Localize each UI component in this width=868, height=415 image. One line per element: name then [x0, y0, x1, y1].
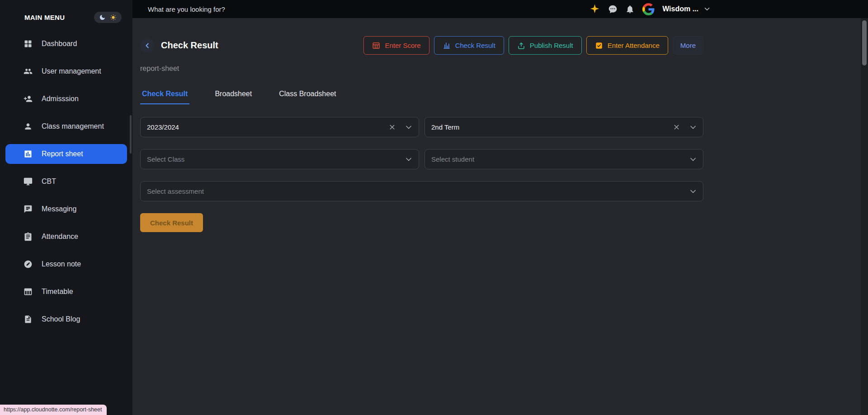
enter-attendance-button[interactable]: Enter Attendance — [586, 36, 668, 55]
page-header: Check Result Enter Score Check Result Pu… — [140, 36, 703, 55]
chat-icon — [24, 205, 33, 214]
assessment-select[interactable]: Select assessment — [140, 181, 703, 201]
chart-icon — [443, 42, 451, 50]
sidebar-title: MAIN MENU — [24, 14, 65, 21]
tab-class-broadsheet[interactable]: Class Broadsheet — [277, 90, 338, 104]
class-select-placeholder: Select Class — [147, 155, 184, 163]
chevron-down-icon[interactable] — [404, 123, 413, 132]
chevron-down-icon[interactable] — [689, 123, 698, 132]
class-select[interactable]: Select Class — [140, 149, 419, 169]
sidebar-scrollbar-thumb[interactable] — [130, 115, 132, 154]
sidebar-item-label: Lesson note — [42, 260, 81, 268]
chevron-left-icon — [143, 42, 151, 50]
users-icon — [24, 67, 33, 76]
chevron-down-icon — [703, 5, 711, 13]
person-add-icon — [24, 94, 33, 103]
sidebar-item-class-management[interactable]: Class management — [5, 117, 127, 136]
messages-icon[interactable] — [608, 5, 618, 14]
publish-result-button[interactable]: Publish Result — [509, 36, 582, 55]
status-url-tooltip: https://app.cloudnotte.com/report-sheet — [0, 405, 107, 415]
sidebar: MAIN MENU Dashboard User management — [0, 0, 132, 415]
check-result-submit-button[interactable]: Check Result — [140, 213, 203, 232]
sidebar-item-school-blog[interactable]: School Blog — [5, 309, 127, 329]
window-scrollbar — [861, 18, 868, 415]
sidebar-item-timetable[interactable]: Timetable — [5, 282, 127, 302]
theme-toggle[interactable] — [94, 12, 122, 23]
more-label: More — [680, 42, 696, 49]
page-content: Check Result Enter Score Check Result Pu… — [132, 18, 703, 232]
sidebar-item-label: Admisssion — [42, 95, 79, 103]
clear-icon[interactable] — [388, 123, 396, 131]
check-result-action-label: Check Result — [455, 42, 495, 49]
topbar: Wisdom ... — [132, 0, 868, 18]
tab-broadsheet[interactable]: Broadsheet — [213, 90, 254, 104]
enter-attendance-label: Enter Attendance — [608, 42, 660, 49]
main-area: Wisdom ... Check Result — [132, 0, 868, 415]
page-actions: Enter Score Check Result Publish Result … — [363, 36, 703, 55]
sun-icon[interactable] — [110, 14, 117, 21]
publish-result-label: Publish Result — [530, 42, 573, 49]
topbar-actions: Wisdom ... — [589, 3, 711, 15]
term-select-value: 2nd Term — [431, 123, 459, 131]
monitor-icon — [24, 177, 33, 186]
sidebar-item-report-sheet[interactable]: Report sheet — [5, 144, 127, 164]
student-select-placeholder: Select student — [431, 155, 474, 163]
sidebar-header: MAIN MENU — [0, 0, 132, 29]
sidebar-item-label: Messaging — [42, 205, 76, 213]
sidebar-item-dashboard[interactable]: Dashboard — [5, 34, 127, 54]
dashboard-icon — [24, 39, 33, 48]
clear-icon[interactable] — [673, 123, 680, 131]
pencil-circle-icon — [24, 260, 33, 269]
check-result-action-button[interactable]: Check Result — [434, 36, 504, 55]
app-root: MAIN MENU Dashboard User management — [0, 0, 868, 415]
sidebar-item-cbt[interactable]: CBT — [5, 172, 127, 191]
term-select[interactable]: 2nd Term — [425, 117, 703, 137]
table-icon — [372, 42, 380, 50]
user-name: Wisdom ... — [662, 5, 698, 13]
tabs: Check Result Broadsheet Class Broadsheet — [140, 90, 703, 104]
person-icon — [24, 122, 33, 131]
sidebar-item-attendance[interactable]: Attendance — [5, 227, 127, 247]
search-input[interactable] — [148, 5, 589, 13]
chevron-down-icon[interactable] — [689, 155, 698, 164]
sidebar-item-label: Timetable — [42, 288, 73, 296]
google-logo-icon — [642, 3, 655, 15]
session-select-value: 2023/2024 — [147, 123, 179, 131]
moon-icon[interactable] — [99, 14, 106, 21]
sidebar-item-lesson-note[interactable]: Lesson note — [5, 254, 127, 274]
enter-score-label: Enter Score — [385, 42, 420, 49]
sidebar-item-label: School Blog — [42, 315, 80, 323]
window-scrollbar-thumb[interactable] — [862, 20, 867, 65]
sidebar-nav: Dashboard User management Admisssion Cla… — [0, 29, 132, 329]
sidebar-item-label: Class management — [42, 122, 104, 131]
page-title: Check Result — [161, 40, 218, 51]
sidebar-item-label: CBT — [42, 177, 56, 186]
upload-icon — [517, 42, 525, 50]
sidebar-item-admission[interactable]: Admisssion — [5, 89, 127, 109]
chevron-down-icon[interactable] — [404, 155, 413, 164]
assessment-select-placeholder: Select assessment — [147, 187, 204, 195]
sidebar-item-label: Attendance — [42, 233, 78, 241]
checkbox-icon — [595, 42, 603, 50]
sidebar-item-label: Report sheet — [42, 150, 83, 158]
sidebar-item-messaging[interactable]: Messaging — [5, 199, 127, 219]
sidebar-item-user-management[interactable]: User management — [5, 61, 127, 81]
more-button[interactable]: More — [673, 36, 703, 55]
student-select[interactable]: Select student — [425, 149, 703, 169]
blog-document-icon — [24, 315, 33, 324]
sidebar-item-label: Dashboard — [42, 40, 77, 48]
user-menu[interactable]: Wisdom ... — [662, 5, 711, 13]
bar-chart-icon — [24, 149, 33, 159]
sparkle-icon[interactable] — [589, 4, 600, 15]
back-button[interactable] — [140, 38, 155, 53]
table-columns-icon — [24, 287, 33, 296]
tab-check-result[interactable]: Check Result — [140, 90, 189, 104]
check-result-form: 2023/2024 2nd Term Select Class — [140, 117, 703, 201]
clipboard-icon — [24, 232, 33, 241]
session-select[interactable]: 2023/2024 — [140, 117, 419, 137]
sidebar-item-label: User management — [42, 67, 101, 75]
bell-icon[interactable] — [625, 5, 635, 14]
chevron-down-icon[interactable] — [689, 187, 698, 196]
enter-score-button[interactable]: Enter Score — [363, 36, 429, 55]
breadcrumb: report-sheet — [140, 65, 703, 73]
